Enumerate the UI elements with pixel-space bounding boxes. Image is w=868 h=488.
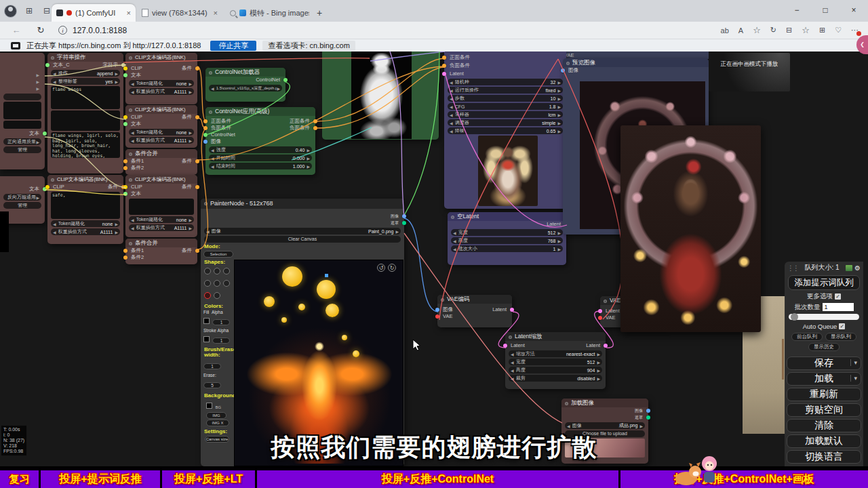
selection-handle[interactable] <box>325 274 328 277</box>
paint-circle[interactable] <box>342 335 347 340</box>
widget-denoise[interactable]: ◀降噪0.65▶ <box>448 127 563 134</box>
node-title[interactable]: CLIP文本编码器(BNK) <box>47 175 123 184</box>
view-history-button[interactable]: 显示历史 <box>808 343 840 351</box>
collapse-dot-icon[interactable] <box>129 56 132 60</box>
latent-input-port[interactable] <box>442 72 446 76</box>
shape-button[interactable] <box>214 280 220 287</box>
right-arrow[interactable]: ▶ <box>36 79 39 85</box>
latent-output-port[interactable] <box>604 344 608 348</box>
collapse-dot-icon[interactable] <box>129 108 132 112</box>
workspaces-icon[interactable]: ⊞ <box>24 6 35 16</box>
node-title[interactable]: Latent缩放 <box>505 332 606 341</box>
widget-width[interactable]: ◀宽度512▶ <box>451 229 563 236</box>
erase-input[interactable]: 5 <box>203 382 221 388</box>
preset-button[interactable] <box>3 94 41 100</box>
node-positive-quality[interactable]: ▶ ▶ ▶ 文本 正向通用质量▶ 管理 <box>0 53 45 169</box>
widget-width[interactable]: ◀宽度512▶ <box>509 359 602 365</box>
comfyui-graph-canvas[interactable]: ▶ ▶ ▶ 文本 正向通用质量▶ 管理 文本 反向万能通用▶ 管理 字符串操作 … <box>0 52 868 466</box>
browser-essentials-icon[interactable]: ♡ <box>835 26 842 35</box>
widget-token-normalization[interactable]: ◀Token规格化none▶ <box>129 129 194 136</box>
node-title[interactable]: ControlNet应用(高级) <box>205 107 315 116</box>
node-title[interactable]: 字符串操作 <box>47 53 123 62</box>
node-title[interactable]: ControlNet加载器 <box>205 68 285 77</box>
manage-button[interactable]: 管理 <box>3 202 41 209</box>
widget-weight-interpretation[interactable]: ◀权重插值方式A1111▶ <box>129 137 194 144</box>
node-title[interactable]: CLIP文本编码器(BNK) <box>125 175 197 184</box>
widget-start-percent[interactable]: ◀开始时间0.000▶ <box>209 155 312 161</box>
settings-menu-button[interactable]: ⋯ <box>851 26 859 35</box>
cond-input-port[interactable] <box>123 166 127 170</box>
clear-button[interactable]: 清除 <box>787 419 861 432</box>
collapse-dot-icon[interactable] <box>509 336 512 339</box>
read-aloud-icon[interactable]: A <box>738 26 743 35</box>
widget-end-percent[interactable]: ◀结束时间1.000▶ <box>209 163 312 169</box>
collapse-dot-icon[interactable] <box>451 216 454 219</box>
node-title[interactable]: PainterNode - 512x768 <box>201 199 404 209</box>
collapse-dot-icon[interactable] <box>204 202 208 205</box>
widget-tidy-tags[interactable]: ◀整理标签yes▶ <box>51 78 120 85</box>
node-title[interactable]: 条件合并 <box>125 149 197 158</box>
paint-circle[interactable] <box>281 317 287 323</box>
minimize-button[interactable]: − <box>783 0 811 20</box>
widget-quality-preset[interactable]: 反向万能通用▶ <box>3 194 41 201</box>
node-ksampler[interactable]: 正面条件 负面条件 Latent ◀随机种32▶ ◀运行后操作fixed▶ ◀步… <box>444 52 566 209</box>
close-tab-icon[interactable]: × <box>214 9 218 17</box>
widget-height[interactable]: ◀高度904▶ <box>509 367 602 373</box>
shape-button[interactable] <box>214 268 220 274</box>
widget-height[interactable]: ◀高度768▶ <box>451 237 563 244</box>
favorite-star-icon[interactable]: ☆ <box>753 25 761 35</box>
clip-input-port[interactable] <box>123 185 127 189</box>
clip-input-port[interactable] <box>45 185 50 189</box>
widget-batch-size[interactable]: ◀批次大小1▶ <box>451 245 563 252</box>
node-title[interactable]: 加载图像 <box>561 399 648 407</box>
widget-scheduler[interactable]: ◀调度器simple▶ <box>448 119 563 126</box>
paint-circle[interactable] <box>326 304 339 317</box>
node-clip-encode-a[interactable]: CLIP文本编码器(BNK) CLIP条件 文本 ◀Token规格化none▶ … <box>125 53 197 104</box>
view-shared-tab-button[interactable]: 查看选项卡: cn.bing.com <box>262 41 355 51</box>
widget-upscale-method[interactable]: ◀缩放方法nearest-exact▶ <box>509 350 602 357</box>
paint-circle[interactable] <box>264 296 275 307</box>
chevron-down-icon[interactable]: ▾ <box>850 359 857 366</box>
collapse-dot-icon[interactable] <box>51 178 54 182</box>
view-queue-button[interactable]: 显示队列 <box>825 333 856 341</box>
back-button[interactable]: ← <box>8 25 24 35</box>
profile-avatar[interactable] <box>4 5 17 18</box>
collapse-dot-icon[interactable] <box>566 62 570 65</box>
widget-painter-image[interactable]: ◀图像Paint_0.png▶ <box>204 228 401 235</box>
image-toggle-icon[interactable] <box>846 265 852 271</box>
widget-weight-interpretation[interactable]: ◀权重插值方式A1111▶ <box>129 224 194 231</box>
widget-quality-preset[interactable]: 正向通用质量▶ <box>3 138 41 145</box>
redo-icon[interactable]: ↻ <box>388 264 396 272</box>
translate-icon[interactable]: ab <box>721 26 729 35</box>
cond-output-port[interactable] <box>195 159 199 163</box>
cond-input-port[interactable] <box>203 126 208 130</box>
collapse-dot-icon[interactable] <box>565 402 568 405</box>
rewind-icon[interactable]: ↻ <box>770 26 776 35</box>
text-a-area[interactable]: flame wings <box>51 86 120 109</box>
cond-input-port[interactable] <box>442 56 446 60</box>
node-depth-preview[interactable] <box>322 52 439 140</box>
collapse-dot-icon[interactable] <box>129 152 132 156</box>
mode-selection-button[interactable]: Selection <box>203 251 233 258</box>
node-string-ops[interactable]: 字符串操作 文本_C字符串 ◀操作append▶ ◀整理标签yes▶ flame… <box>47 53 123 174</box>
load-button[interactable]: 加载▾ <box>787 372 861 386</box>
tab-view[interactable]: view (768×1344) × <box>137 4 222 22</box>
text-input-port[interactable] <box>45 63 50 67</box>
maximize-button[interactable]: □ <box>811 0 840 20</box>
refresh-button[interactable]: ↻ <box>33 25 49 35</box>
close-tab-icon[interactable]: × <box>127 9 131 17</box>
cond-output-port[interactable] <box>195 66 199 70</box>
mask-output-port[interactable] <box>402 221 406 225</box>
widget-sampler[interactable]: ◀采样器lcm▶ <box>448 111 563 118</box>
paint-circle-selected[interactable] <box>317 280 336 299</box>
chevron-down-icon[interactable]: ▾ <box>850 375 857 382</box>
shape-button[interactable] <box>204 280 211 287</box>
node-latent-scale[interactable]: Latent缩放 LatentLatent ◀缩放方法nearest-exact… <box>505 332 606 389</box>
image-output-port[interactable] <box>646 409 650 413</box>
clear-canvas-button[interactable]: Clear Canvas <box>204 236 401 243</box>
text-input-port[interactable] <box>123 122 127 126</box>
clip-input-port[interactable] <box>123 66 127 70</box>
collapse-dot-icon[interactable] <box>441 298 444 302</box>
node-painter[interactable]: PainterNode - 512x768 图像 遮罩 ◀图像Paint_0.p… <box>201 199 404 466</box>
widget-token-normalization[interactable]: ◀Token规格化none▶ <box>129 80 194 87</box>
